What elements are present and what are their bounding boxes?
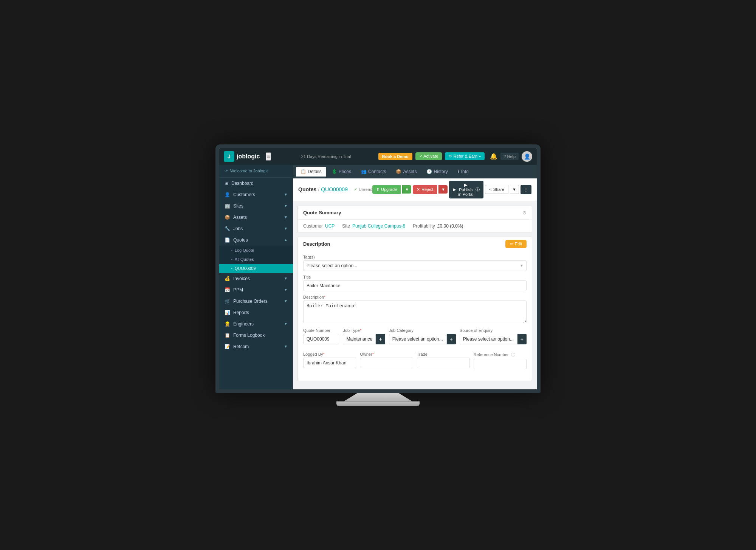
description-label: Description* bbox=[303, 295, 527, 299]
source-add-button[interactable]: + bbox=[517, 334, 527, 344]
book-demo-button[interactable]: Book a Demo bbox=[378, 153, 412, 160]
logo-text: joblogic bbox=[237, 153, 260, 160]
description-card-header: Description ✏ Edit bbox=[298, 237, 532, 251]
app-body: ⟳ Welcome to Joblogic ⊞ Dashboard 👤 Cust… bbox=[219, 165, 537, 389]
hamburger-button[interactable]: ≡ bbox=[266, 152, 271, 161]
quote-number-input[interactable] bbox=[303, 334, 339, 344]
upgrade-caret-button[interactable]: ▼ bbox=[402, 185, 411, 194]
tab-details[interactable]: 📋 Details bbox=[296, 167, 326, 177]
upgrade-icon: ⬆ bbox=[376, 187, 380, 192]
sidebar-item-assets[interactable]: 📦 Assets ▼ bbox=[219, 212, 293, 223]
sidebar-sub-quo00009[interactable]: • QUO00009 bbox=[219, 264, 293, 273]
details-tab-icon: 📋 bbox=[301, 169, 306, 174]
job-category-add-button[interactable]: + bbox=[447, 334, 456, 344]
sidebar-item-forms-logbook[interactable]: 📋 Forms Logbook bbox=[219, 330, 293, 341]
job-category-select[interactable]: Please select an option... bbox=[389, 334, 447, 344]
sidebar-item-purchase-orders[interactable]: 🛒 Purchase Orders ▼ bbox=[219, 296, 293, 307]
share-icon: < bbox=[489, 187, 491, 192]
job-type-add-button[interactable]: + bbox=[376, 334, 385, 344]
summary-profitability: Profitability £0.00 (0.0%) bbox=[413, 223, 463, 229]
help-button[interactable]: ? Help bbox=[500, 153, 519, 160]
sidebar-item-reports[interactable]: 📊 Reports bbox=[219, 307, 293, 318]
tab-history-label: History bbox=[434, 169, 448, 174]
trial-text: 21 Days Remaining in Trial bbox=[277, 154, 375, 159]
sidebar-item-sites[interactable]: 🏢 Sites ▼ bbox=[219, 200, 293, 212]
edit-button[interactable]: ✏ Edit bbox=[505, 240, 527, 248]
site-value[interactable]: Punjab College Campus-8 bbox=[352, 223, 405, 229]
trade-input[interactable] bbox=[417, 358, 470, 368]
quote-summary-grid: Customer UCP Site Punjab College Campus-… bbox=[298, 220, 532, 232]
reference-input[interactable] bbox=[474, 359, 527, 369]
summary-collapse-icon[interactable]: ⊙ bbox=[522, 210, 527, 215]
sites-chevron-icon: ▼ bbox=[284, 204, 288, 208]
tags-select[interactable]: Please select an option... bbox=[303, 260, 527, 271]
job-type-field: Maintenance + bbox=[343, 334, 385, 344]
publish-info-icon: ⓘ bbox=[476, 187, 480, 192]
activate-button[interactable]: ✓ Activate bbox=[415, 152, 442, 160]
title-input[interactable] bbox=[303, 280, 527, 291]
required-indicator: * bbox=[360, 328, 361, 333]
tab-history[interactable]: 🕐 History bbox=[422, 167, 452, 177]
customer-value[interactable]: UCP bbox=[325, 223, 335, 229]
sidebar-label-refcom: Refcom bbox=[233, 344, 249, 349]
profitability-label: Profitability bbox=[413, 223, 435, 229]
purchase-orders-chevron-icon: ▼ bbox=[284, 299, 288, 303]
form-row-1: Quote Number Job Type* bbox=[303, 328, 527, 348]
job-type-select[interactable]: Maintenance bbox=[343, 334, 376, 344]
share-label: Share bbox=[493, 187, 504, 192]
sidebar-item-customers[interactable]: 👤 Customers ▼ bbox=[219, 189, 293, 200]
sidebar-item-engineers[interactable]: 👷 Engineers ▼ bbox=[219, 318, 293, 330]
tab-bar: 📋 Details 💲 Prices 👥 Contacts 📦 bbox=[293, 165, 537, 178]
form-row-2: Logged By* Owner* bbox=[303, 352, 527, 373]
sidebar-item-ppm[interactable]: 📅 PPM ▼ bbox=[219, 284, 293, 296]
sidebar-item-quotes[interactable]: 📄 Quotes ▲ bbox=[219, 234, 293, 246]
upgrade-button[interactable]: ⬆ Upgrade bbox=[372, 185, 401, 194]
sidebar-item-dashboard[interactable]: ⊞ Dashboard bbox=[219, 178, 293, 189]
sidebar-item-refcom[interactable]: 📝 Refcom ▼ bbox=[219, 341, 293, 352]
jobs-chevron-icon: ▼ bbox=[284, 226, 288, 231]
stand-base bbox=[336, 401, 420, 406]
assets-icon: 📦 bbox=[225, 215, 230, 220]
contacts-tab-icon: 👥 bbox=[361, 169, 367, 174]
description-form-section: Tag(s) Please select an option... ▼ bbox=[298, 251, 532, 381]
dot-icon: • bbox=[231, 257, 232, 261]
quote-number-group: Quote Number bbox=[303, 328, 339, 344]
stand-neck bbox=[344, 393, 412, 401]
tab-prices[interactable]: 💲 Prices bbox=[327, 167, 356, 177]
job-type-group: Job Type* Maintenance + bbox=[343, 328, 385, 344]
description-textarea[interactable]: Boiler Maintenance bbox=[303, 301, 527, 323]
sidebar-item-invoices[interactable]: 💰 Invoices ▼ bbox=[219, 273, 293, 284]
notification-bell-icon[interactable]: 🔔 bbox=[490, 153, 497, 160]
prices-tab-icon: 💲 bbox=[332, 169, 337, 174]
owner-input[interactable] bbox=[360, 358, 413, 368]
tab-assets[interactable]: 📦 Assets bbox=[391, 167, 421, 177]
tab-assets-label: Assets bbox=[403, 169, 417, 174]
more-options-button[interactable]: ⋮ bbox=[521, 185, 531, 194]
sidebar-label-customers: Customers bbox=[233, 192, 255, 197]
sidebar-sub-log-quote[interactable]: • Log Quote bbox=[219, 246, 293, 255]
refcom-chevron-icon: ▼ bbox=[284, 344, 288, 349]
sidebar-sub-all-quotes[interactable]: • All Quotes bbox=[219, 255, 293, 264]
assets-tab-icon: 📦 bbox=[396, 169, 401, 174]
share-button[interactable]: < Share bbox=[485, 185, 508, 194]
avatar[interactable]: 👤 bbox=[522, 151, 532, 162]
assets-chevron-icon: ▼ bbox=[284, 215, 288, 219]
tab-info[interactable]: ℹ Info bbox=[453, 167, 473, 177]
refer-earn-button[interactable]: ⟳ Refer & Earn » bbox=[445, 152, 485, 160]
unread-badge: ✓ Unread bbox=[354, 187, 372, 192]
source-select[interactable]: Please select an option... bbox=[460, 334, 517, 344]
dot-icon: • bbox=[231, 248, 232, 252]
publish-portal-button[interactable]: ▶ ▶ Publish in Portal ⓘ bbox=[449, 181, 483, 198]
sidebar-label-purchase-orders: Purchase Orders bbox=[233, 299, 268, 304]
reject-button[interactable]: ✕ Reject bbox=[413, 185, 437, 194]
breadcrumb-quotes: Quotes bbox=[298, 186, 316, 192]
logged-by-input[interactable] bbox=[303, 358, 356, 368]
sidebar-item-jobs[interactable]: 🔧 Jobs ▼ bbox=[219, 223, 293, 234]
header-icons: 🔔 ? Help 👤 bbox=[490, 151, 532, 162]
upgrade-label: Upgrade bbox=[381, 187, 397, 192]
tab-contacts[interactable]: 👥 Contacts bbox=[356, 167, 390, 177]
history-tab-icon: 🕐 bbox=[426, 169, 432, 174]
invoices-chevron-icon: ▼ bbox=[284, 276, 288, 280]
share-caret-button[interactable]: ▼ bbox=[510, 185, 519, 194]
reject-caret-button[interactable]: ▼ bbox=[438, 185, 448, 194]
